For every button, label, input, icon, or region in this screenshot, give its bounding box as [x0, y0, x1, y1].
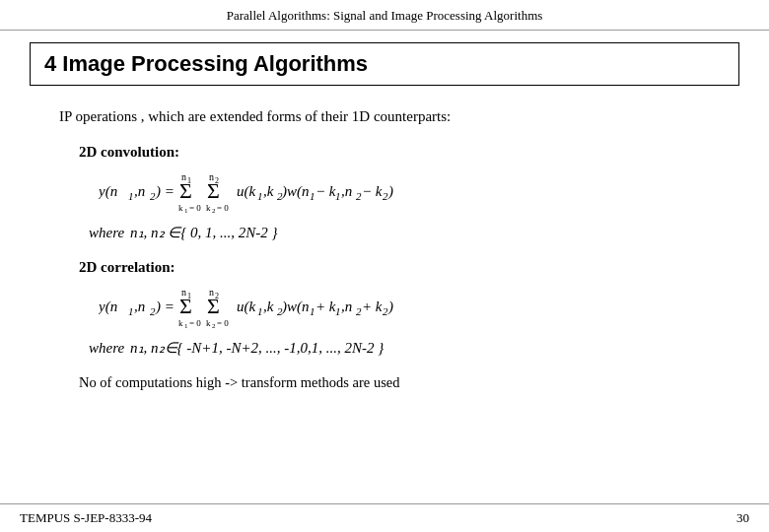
svg-text:y(n: y(n — [99, 183, 117, 200]
convolution-section: 2D convolution: y(n 1 ,n 2 ) = n 1 Σ k 1… — [79, 144, 710, 241]
footer-note: No of computations high -> transform met… — [79, 374, 710, 391]
svg-text:= 0: = 0 — [217, 203, 229, 213]
svg-text:1: 1 — [310, 190, 315, 202]
footer-right: 30 — [736, 510, 749, 526]
svg-text:1: 1 — [257, 305, 263, 317]
correlation-section: 2D correlation: y(n 1 ,n 2 ) = n 1 Σ k 1… — [79, 259, 710, 357]
svg-text:− k: − k — [362, 183, 383, 199]
convolution-where-set: n₁, n₂ ∈{ 0, 1, ..., 2N-2 } — [130, 224, 278, 241]
svg-text:1: 1 — [310, 305, 315, 317]
svg-text:= 0: = 0 — [189, 203, 201, 213]
svg-text:) =: ) = — [155, 183, 175, 200]
svg-text:Σ: Σ — [207, 178, 220, 203]
svg-text:1: 1 — [128, 305, 134, 317]
svg-text:= 0: = 0 — [217, 318, 229, 328]
svg-text:) =: ) = — [155, 299, 175, 315]
convolution-where-label: where — [89, 225, 124, 241]
svg-text:k: k — [178, 203, 183, 213]
svg-text:): ) — [387, 299, 393, 315]
main-content: IP operations , which are extended forms… — [0, 96, 769, 391]
svg-text:k: k — [206, 203, 211, 213]
svg-text:,n: ,n — [341, 299, 352, 314]
svg-text:,n: ,n — [134, 183, 145, 199]
svg-text:)w(n: )w(n — [281, 183, 310, 200]
svg-text:Σ: Σ — [207, 294, 220, 318]
intro-paragraph: IP operations , which are extended forms… — [59, 105, 710, 128]
svg-text:,k: ,k — [263, 299, 274, 314]
svg-text:1: 1 — [257, 190, 263, 202]
svg-text:k: k — [206, 318, 211, 328]
svg-text:+ k: + k — [362, 299, 383, 314]
svg-text:u(k: u(k — [237, 299, 255, 315]
svg-text:2: 2 — [212, 207, 216, 214]
svg-text:+ k: + k — [315, 299, 336, 314]
svg-text:y(n: y(n — [99, 299, 117, 315]
svg-text:)w(n: )w(n — [281, 299, 310, 315]
page-header: Parallel Algorithms: Signal and Image Pr… — [0, 0, 769, 31]
correlation-title: 2D correlation: — [79, 259, 710, 276]
svg-text:1: 1 — [335, 305, 341, 317]
svg-text:,k: ,k — [263, 183, 274, 199]
svg-text:): ) — [387, 183, 393, 200]
footer-left: TEMPUS S-JEP-8333-94 — [20, 510, 152, 526]
svg-text:,n: ,n — [134, 299, 145, 314]
section-title: 4 Image Processing Algorithms — [44, 51, 725, 77]
correlation-where-label: where — [89, 340, 124, 357]
convolution-formula: y(n 1 ,n 2 ) = n 1 Σ k 1 = 0 n 2 Σ k 2 =… — [99, 166, 710, 218]
svg-text:1: 1 — [128, 190, 134, 202]
svg-text:1: 1 — [335, 190, 341, 202]
svg-text:u(k: u(k — [237, 183, 255, 200]
convolution-where-line: where n₁, n₂ ∈{ 0, 1, ..., 2N-2 } — [89, 224, 710, 241]
svg-text:1: 1 — [184, 322, 188, 329]
correlation-where-line: where n₁, n₂∈{ -N+1, -N+2, ..., -1,0,1, … — [89, 339, 710, 357]
svg-text:Σ: Σ — [179, 294, 192, 318]
correlation-formula: y(n 1 ,n 2 ) = n 1 Σ k 1 = 0 n 2 Σ k 2 =… — [99, 282, 710, 333]
svg-text:k: k — [178, 318, 183, 328]
svg-text:2: 2 — [212, 322, 216, 329]
correlation-where-set: n₁, n₂∈{ -N+1, -N+2, ..., -1,0,1, ..., 2… — [130, 339, 384, 357]
svg-text:− k: − k — [315, 183, 336, 199]
section-title-box: 4 Image Processing Algorithms — [30, 42, 739, 86]
svg-text:,n: ,n — [341, 183, 352, 199]
convolution-formula-svg: y(n 1 ,n 2 ) = n 1 Σ k 1 = 0 n 2 Σ k 2 =… — [99, 166, 463, 214]
page-footer: TEMPUS S-JEP-8333-94 30 — [0, 503, 769, 532]
correlation-formula-svg: y(n 1 ,n 2 ) = n 1 Σ k 1 = 0 n 2 Σ k 2 =… — [99, 282, 463, 329]
convolution-title: 2D convolution: — [79, 144, 710, 161]
svg-text:= 0: = 0 — [189, 318, 201, 328]
header-title: Parallel Algorithms: Signal and Image Pr… — [227, 8, 543, 23]
svg-text:Σ: Σ — [179, 178, 192, 203]
svg-text:1: 1 — [184, 207, 188, 214]
